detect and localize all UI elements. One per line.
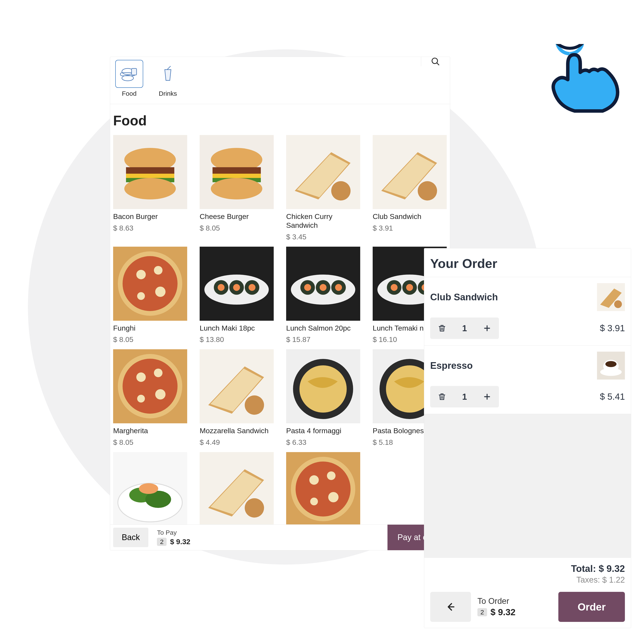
- product-name: Pasta 4 formaggi: [286, 426, 360, 435]
- pos-footer: Back To Pay 2 $ 9.32 Pay at cash: [110, 524, 450, 550]
- product-thumb: [113, 247, 187, 321]
- section-title: Food: [110, 104, 450, 135]
- product-card[interactable]: Mozzarella Sandwich$ 4.49: [200, 349, 274, 447]
- increment-button[interactable]: [475, 386, 499, 407]
- product-price: $ 3.45: [286, 233, 360, 241]
- remove-item-button[interactable]: [430, 386, 454, 407]
- svg-rect-42: [132, 68, 137, 75]
- quantity-stepper: 1: [430, 317, 499, 339]
- order-back-button[interactable]: [430, 592, 471, 622]
- increment-button[interactable]: [475, 317, 499, 339]
- plus-icon: [483, 324, 491, 333]
- to-pay-label: To Pay: [157, 529, 190, 536]
- to-pay-block: To Pay 2 $ 9.32: [157, 529, 190, 546]
- arrow-left-icon: [445, 601, 456, 612]
- product-card[interactable]: Pasta 4 formaggi$ 6.33: [286, 349, 360, 447]
- product-thumb: [286, 349, 360, 423]
- category-tabs: Food Drinks: [110, 57, 450, 104]
- product-name: Bacon Burger: [113, 212, 187, 221]
- total-label: Total:: [571, 563, 596, 574]
- product-name: Mozzarella Sandwich: [200, 426, 274, 435]
- touch-pointer-icon: [537, 44, 627, 113]
- product-price: $ 6.33: [286, 438, 360, 447]
- product-thumb: [286, 135, 360, 209]
- search-button[interactable]: [421, 57, 450, 66]
- product-name: Margherita: [113, 426, 187, 435]
- total-value: $ 9.32: [599, 563, 625, 574]
- order-totals: Total: $ 9.32 Taxes: $ 1.22: [424, 557, 631, 588]
- order-panel: Your Order Club Sandwich1$ 3.91Espresso1…: [424, 248, 631, 628]
- product-name: Lunch Salmon 20pc: [286, 324, 360, 333]
- taxes-label: Taxes:: [576, 575, 600, 584]
- to-order-block: To Order 2 $ 9.32: [477, 597, 515, 617]
- product-card[interactable]: Funghi$ 8.05: [113, 247, 187, 344]
- product-price: $ 3.91: [373, 224, 447, 232]
- product-price: $ 8.05: [113, 438, 187, 447]
- to-pay-count: 2: [157, 538, 167, 546]
- product-name: Funghi: [113, 324, 187, 333]
- product-card[interactable]: Chicken Curry Sandwich$ 3.45: [286, 135, 360, 241]
- pos-panel: Food Drinks Fo: [110, 57, 450, 550]
- to-pay-amount: $ 9.32: [170, 538, 190, 546]
- product-thumb: [286, 247, 360, 321]
- product-thumb: [113, 135, 187, 209]
- product-price: $ 13.80: [200, 335, 274, 344]
- product-grid: Bacon Burger$ 8.63Cheese Burger$ 8.05Chi…: [110, 135, 450, 529]
- order-title: Your Order: [424, 248, 631, 277]
- product-card[interactable]: Club Sandwich$ 3.91: [373, 135, 447, 241]
- product-card[interactable]: Cheese Burger$ 8.05: [200, 135, 274, 241]
- product-card[interactable]: [113, 452, 187, 529]
- product-thumb: [286, 452, 360, 526]
- product-thumb: [200, 135, 274, 209]
- product-name: Lunch Maki 18pc: [200, 324, 274, 333]
- order-item-price: $ 5.41: [600, 392, 625, 402]
- svg-point-41: [122, 75, 134, 81]
- order-item-qty: 1: [454, 324, 475, 333]
- to-order-count: 2: [477, 608, 487, 616]
- product-card[interactable]: Margherita$ 8.05: [113, 349, 187, 447]
- product-card[interactable]: Lunch Maki 18pc$ 13.80: [200, 247, 274, 344]
- order-footer: To Order 2 $ 9.32 Order: [424, 588, 631, 628]
- product-price: $ 8.05: [113, 335, 187, 344]
- remove-item-button[interactable]: [430, 317, 454, 339]
- product-name: Club Sandwich: [373, 212, 447, 221]
- product-thumb: [200, 247, 274, 321]
- order-item: Espresso1$ 5.41: [424, 346, 631, 414]
- plus-icon: [483, 392, 491, 401]
- tab-drinks[interactable]: Drinks: [152, 60, 184, 99]
- order-item-name: Espresso: [430, 360, 473, 371]
- order-items: Club Sandwich1$ 3.91Espresso1$ 5.41: [424, 277, 631, 414]
- product-card[interactable]: Lunch Salmon 20pc$ 15.87: [286, 247, 360, 344]
- search-icon: [431, 57, 440, 66]
- quantity-stepper: 1: [430, 386, 499, 407]
- to-order-amount: $ 9.32: [491, 607, 516, 617]
- product-price: $ 8.05: [200, 224, 274, 232]
- product-thumb: [373, 135, 447, 209]
- product-name: Chicken Curry Sandwich: [286, 212, 360, 230]
- trash-icon: [438, 392, 446, 401]
- taxes-value: $ 1.22: [602, 575, 625, 584]
- product-thumb: [113, 349, 187, 423]
- product-price: $ 15.87: [286, 335, 360, 344]
- svg-point-43: [432, 58, 438, 64]
- product-card[interactable]: Bacon Burger$ 8.63: [113, 135, 187, 241]
- order-button[interactable]: Order: [558, 592, 625, 622]
- order-item: Club Sandwich1$ 3.91: [424, 277, 631, 346]
- to-order-label: To Order: [477, 597, 515, 606]
- trash-icon: [438, 324, 446, 333]
- product-price: $ 8.63: [113, 224, 187, 232]
- product-card[interactable]: [286, 452, 360, 529]
- order-item-qty: 1: [454, 392, 475, 402]
- product-price: $ 4.49: [200, 438, 274, 447]
- food-icon: [115, 60, 143, 88]
- product-thumb: [200, 452, 274, 526]
- back-button[interactable]: Back: [113, 528, 148, 547]
- tab-food-label: Food: [113, 90, 145, 97]
- product-thumb: [200, 349, 274, 423]
- tab-drinks-label: Drinks: [152, 90, 184, 97]
- product-card[interactable]: [200, 452, 274, 529]
- order-item-thumb: [597, 352, 625, 380]
- product-name: Cheese Burger: [200, 212, 274, 221]
- tab-food[interactable]: Food: [113, 60, 145, 99]
- product-thumb: [113, 452, 187, 526]
